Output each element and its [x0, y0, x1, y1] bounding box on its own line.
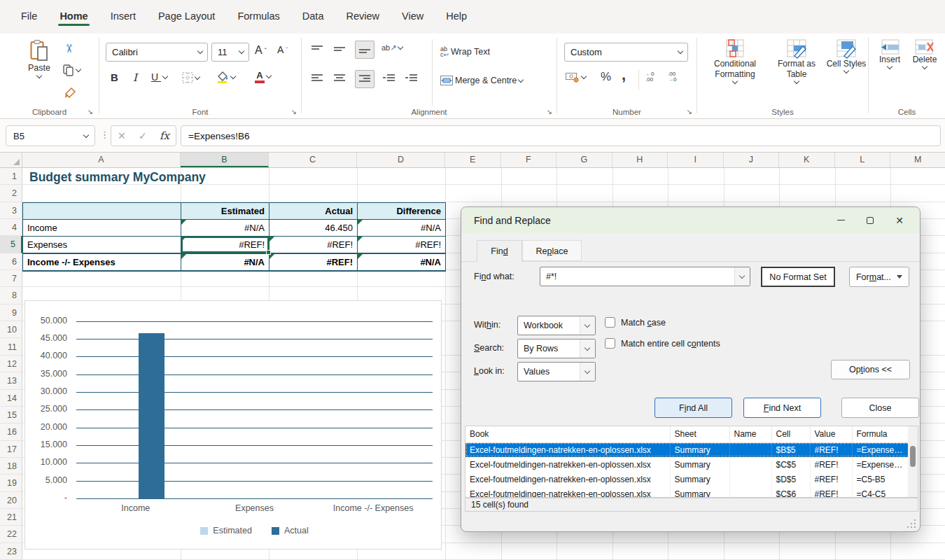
ribbon-tab-review[interactable]: Review — [337, 6, 388, 27]
row-header-18[interactable]: 18 — [0, 458, 22, 475]
search-combo[interactable]: By Rows — [517, 339, 596, 358]
bold-button[interactable]: B — [111, 71, 118, 83]
ribbon-tab-home[interactable]: Home — [51, 6, 96, 27]
merge-centre-button[interactable]: Merge & Centre — [440, 76, 524, 85]
increase-font-button[interactable]: Aˆ — [255, 44, 267, 57]
match-case-checkbox[interactable]: Match case — [605, 317, 666, 328]
row-header-20[interactable]: 20 — [0, 492, 22, 509]
insert-function-icon[interactable]: fx — [160, 130, 169, 142]
comma-style-button[interactable]: , — [622, 66, 626, 84]
result-row[interactable]: Excel-foutmeldingen-natrekken-en-oplosse… — [465, 457, 909, 472]
column-header-D[interactable]: D — [357, 153, 445, 167]
column-header-H[interactable]: H — [612, 153, 668, 167]
maximize-button[interactable] — [855, 207, 885, 233]
no-format-set-button[interactable]: No Format Set — [761, 267, 835, 287]
scrollbar-thumb[interactable] — [910, 446, 916, 467]
budget-cell[interactable]: #N/A — [358, 220, 446, 237]
copy-button[interactable] — [63, 64, 81, 76]
conditional-formatting-button[interactable]: Conditional Formatting — [703, 39, 767, 85]
find-next-button[interactable]: Find Next — [743, 398, 821, 418]
font-name-combo[interactable]: Calibri — [106, 43, 208, 62]
match-entire-checkbox[interactable]: Match entire cell contents — [605, 338, 720, 349]
number-format-combo[interactable]: Custom — [564, 43, 688, 62]
borders-button[interactable] — [182, 72, 200, 83]
orientation-button[interactable]: ab↗ — [382, 43, 403, 52]
align-right-button[interactable] — [355, 70, 374, 88]
tab-replace[interactable]: Replace — [522, 240, 582, 261]
decrease-decimal-button[interactable]: .00→0 — [668, 71, 676, 83]
results-column-formula[interactable]: Formula — [852, 426, 909, 442]
row-header-12[interactable]: 12 — [0, 356, 22, 372]
row-header-1[interactable]: 1 — [0, 168, 22, 185]
wrap-text-button[interactable]: abc↩ Wrap Text — [440, 46, 490, 57]
font-color-button[interactable]: A — [255, 71, 272, 83]
insert-cells-button[interactable]: Insert — [874, 39, 905, 70]
delete-cells-button[interactable]: Delete — [909, 39, 940, 70]
resize-grip[interactable] — [907, 519, 916, 528]
within-combo[interactable]: Workbook — [517, 316, 596, 335]
column-header-J[interactable]: J — [724, 153, 780, 167]
column-header-L[interactable]: L — [835, 153, 891, 167]
column-header-E[interactable]: E — [445, 153, 501, 167]
cancel-formula-icon[interactable]: ✕ — [118, 130, 126, 141]
row-header-3[interactable]: 3 — [0, 202, 22, 219]
row-header-5[interactable]: 5 — [0, 236, 22, 253]
legend-item-estimated[interactable]: Estimated — [200, 526, 252, 536]
align-center-button[interactable] — [334, 74, 345, 83]
ribbon-tab-formulas[interactable]: Formulas — [229, 6, 288, 27]
embedded-chart[interactable]: 50.00045.00040.00035.00030.00025.00020.0… — [24, 300, 442, 550]
align-top-button[interactable] — [312, 45, 323, 53]
paste-button[interactable]: Paste — [20, 39, 59, 79]
selected-cell[interactable]: #REF! — [181, 237, 270, 253]
column-header-B[interactable]: B — [181, 153, 269, 167]
row-header-2[interactable]: 2 — [0, 185, 22, 202]
percent-style-button[interactable]: % — [601, 70, 611, 84]
look-in-combo[interactable]: Values — [517, 362, 596, 382]
decrease-indent-button[interactable] — [383, 74, 395, 83]
cut-button[interactable]: ✂ — [64, 42, 74, 55]
ribbon-tab-data[interactable]: Data — [294, 6, 332, 27]
fill-color-button[interactable] — [217, 71, 236, 83]
row-header-7[interactable]: 7 — [0, 270, 22, 287]
format-as-table-button[interactable]: Format as Table — [769, 39, 825, 85]
format-button[interactable]: Format... — [849, 267, 909, 287]
column-header-K[interactable]: K — [779, 153, 835, 167]
row-header-6[interactable]: 6 — [0, 253, 22, 270]
alignment-dialog-launcher-icon[interactable]: ↘ — [547, 108, 552, 115]
row-header-4[interactable]: 4 — [0, 219, 22, 236]
budget-header-cell[interactable] — [23, 202, 181, 219]
legend-item-actual[interactable]: Actual — [272, 526, 309, 536]
increase-decimal-button[interactable]: ←0.00 — [645, 71, 654, 83]
budget-cell[interactable]: #N/A — [358, 253, 446, 270]
row-header-15[interactable]: 15 — [0, 407, 22, 424]
enter-formula-icon[interactable]: ✓ — [139, 130, 147, 141]
select-all-button[interactable] — [0, 153, 22, 167]
row-header-9[interactable]: 9 — [0, 304, 22, 321]
increase-indent-button[interactable] — [405, 74, 417, 83]
row-header-23[interactable]: 23 — [0, 543, 22, 560]
ribbon-tab-view[interactable]: View — [393, 6, 432, 27]
budget-header-cell[interactable]: Actual — [270, 202, 358, 219]
row-header-22[interactable]: 22 — [0, 526, 22, 542]
find-all-button[interactable]: Find All — [654, 398, 732, 418]
column-header-F[interactable]: F — [501, 153, 557, 167]
row-header-11[interactable]: 11 — [0, 339, 22, 356]
results-column-value[interactable]: Value — [810, 426, 852, 442]
font-dialog-launcher-icon[interactable]: ↘ — [291, 108, 297, 115]
row-header-8[interactable]: 8 — [0, 287, 22, 304]
find-what-combo[interactable]: #*! — [540, 267, 750, 286]
cell-styles-button[interactable]: Cell Styles — [826, 39, 867, 74]
format-painter-button[interactable] — [64, 87, 76, 99]
row-header-21[interactable]: 21 — [0, 509, 22, 526]
font-size-combo[interactable]: 11 — [211, 43, 249, 62]
ribbon-tab-insert[interactable]: Insert — [102, 6, 144, 27]
row-header-17[interactable]: 17 — [0, 441, 22, 458]
tab-find[interactable]: Find — [477, 240, 522, 262]
results-column-cell[interactable]: Cell — [771, 426, 810, 442]
budget-cell[interactable]: #N/A — [181, 253, 270, 270]
decrease-font-button[interactable]: Aˇ — [277, 44, 288, 55]
row-header-10[interactable]: 10 — [0, 321, 22, 338]
formula-bar-handle[interactable]: ⋮ — [100, 130, 109, 140]
sheet-title-cell[interactable]: Budget summary MyCompany — [29, 168, 206, 185]
result-row[interactable]: Excel-foutmeldingen-natrekken-en-oplosse… — [465, 472, 909, 486]
